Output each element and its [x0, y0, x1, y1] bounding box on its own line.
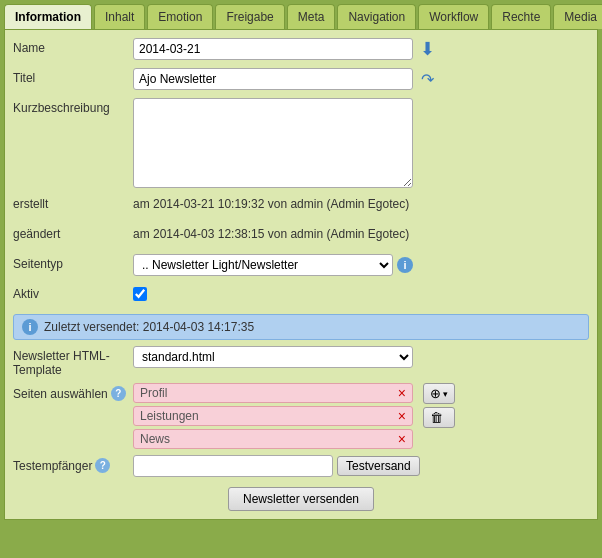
- geaendert-row: geändert am 2014-04-03 12:38:15 von admi…: [13, 224, 589, 248]
- pill-news: News ×: [133, 429, 413, 449]
- titel-input[interactable]: [133, 68, 413, 90]
- testempfaenger-input[interactable]: [133, 455, 333, 477]
- name-control-wrap: ⬇: [133, 38, 589, 60]
- tab-meta[interactable]: Meta: [287, 4, 336, 29]
- testempfaenger-control: Testversand: [133, 455, 420, 477]
- pill-leistungen: Leistungen ×: [133, 406, 413, 426]
- seitentyp-info-icon[interactable]: i: [397, 257, 413, 273]
- pill-profil-label: Profil: [140, 386, 167, 400]
- plus-icon: ⊕: [430, 386, 441, 401]
- titel-row: Titel ↷: [13, 68, 589, 92]
- aktiv-label: Aktiv: [13, 284, 133, 301]
- erstellt-label: erstellt: [13, 194, 133, 211]
- seiten-control-area: Profil × Leistungen × News × ⊕ ▾ �: [133, 383, 455, 449]
- erstellt-row: erstellt am 2014-03-21 10:19:32 von admi…: [13, 194, 589, 218]
- kurzbeschreibung-textarea[interactable]: [133, 98, 413, 188]
- tabs-bar: Information Inhalt Emotion Freigabe Meta…: [0, 0, 602, 29]
- divider-info-icon: i: [22, 319, 38, 335]
- trash-icon: 🗑: [430, 410, 443, 425]
- pill-leistungen-label: Leistungen: [140, 409, 199, 423]
- seiten-help-icon[interactable]: ?: [111, 386, 126, 401]
- seiten-add-button[interactable]: ⊕ ▾: [423, 383, 455, 404]
- tab-navigation[interactable]: Navigation: [337, 4, 416, 29]
- name-label: Name: [13, 38, 133, 55]
- seiten-pills-list: Profil × Leistungen × News ×: [133, 383, 413, 449]
- kurzbeschreibung-label: Kurzbeschreibung: [13, 98, 133, 115]
- seitentyp-control-wrap: .. Newsletter Light/Newsletter i: [133, 254, 589, 276]
- tab-information[interactable]: Information: [4, 4, 92, 29]
- name-arrow-icon[interactable]: ⬇: [417, 39, 437, 59]
- seitentyp-label: Seitentyp: [13, 254, 133, 271]
- pill-news-label: News: [140, 432, 170, 446]
- divider-bar: i Zuletzt versendet: 2014-04-03 14:17:35: [13, 314, 589, 340]
- send-button-row: Newsletter versenden: [13, 487, 589, 511]
- seiten-row: Seiten auswählen ? Profil × Leistungen ×…: [13, 383, 589, 449]
- aktiv-control-wrap: [133, 284, 589, 301]
- template-control: standard.html: [133, 346, 589, 368]
- kurzbeschreibung-control-wrap: [133, 98, 589, 188]
- seiten-delete-button[interactable]: 🗑: [423, 407, 455, 428]
- pill-leistungen-remove[interactable]: ×: [398, 409, 406, 423]
- pill-profil-remove[interactable]: ×: [398, 386, 406, 400]
- titel-label: Titel: [13, 68, 133, 85]
- titel-arrow-icon[interactable]: ↷: [417, 69, 437, 89]
- titel-control-wrap: ↷: [133, 68, 589, 90]
- erstellt-value: am 2014-03-21 10:19:32 von admin (Admin …: [133, 194, 409, 211]
- seiten-label: Seiten auswählen ?: [13, 383, 133, 401]
- tab-freigabe[interactable]: Freigabe: [215, 4, 284, 29]
- testempfaenger-row: Testempfänger ? Testversand: [13, 455, 589, 479]
- pill-news-remove[interactable]: ×: [398, 432, 406, 446]
- name-row: Name ⬇: [13, 38, 589, 62]
- name-input[interactable]: [133, 38, 413, 60]
- template-select[interactable]: standard.html: [133, 346, 413, 368]
- chevron-down-icon: ▾: [443, 389, 448, 399]
- geaendert-value: am 2014-04-03 12:38:15 von admin (Admin …: [133, 224, 409, 241]
- template-label: Newsletter HTML-Template: [13, 346, 133, 377]
- tab-workflow[interactable]: Workflow: [418, 4, 489, 29]
- tab-media[interactable]: Media: [553, 4, 602, 29]
- tab-rechte[interactable]: Rechte: [491, 4, 551, 29]
- aktiv-checkbox[interactable]: [133, 287, 147, 301]
- main-content: Name ⬇ Titel ↷ Kurzbeschreibung erstellt…: [4, 29, 598, 520]
- tab-emotion[interactable]: Emotion: [147, 4, 213, 29]
- testempfaenger-help-icon[interactable]: ?: [95, 458, 110, 473]
- testempfaenger-label: Testempfänger ?: [13, 455, 133, 473]
- kurzbeschreibung-row: Kurzbeschreibung: [13, 98, 589, 188]
- seitentyp-select[interactable]: .. Newsletter Light/Newsletter: [133, 254, 393, 276]
- divider-text: Zuletzt versendet: 2014-04-03 14:17:35: [44, 320, 254, 334]
- aktiv-row: Aktiv: [13, 284, 589, 308]
- testversand-button[interactable]: Testversand: [337, 456, 420, 476]
- template-row: Newsletter HTML-Template standard.html: [13, 346, 589, 377]
- pill-profil: Profil ×: [133, 383, 413, 403]
- geaendert-label: geändert: [13, 224, 133, 241]
- seiten-action-buttons: ⊕ ▾ 🗑: [423, 383, 455, 428]
- seitentyp-row: Seitentyp .. Newsletter Light/Newsletter…: [13, 254, 589, 278]
- newsletter-versenden-button[interactable]: Newsletter versenden: [228, 487, 374, 511]
- tab-inhalt[interactable]: Inhalt: [94, 4, 145, 29]
